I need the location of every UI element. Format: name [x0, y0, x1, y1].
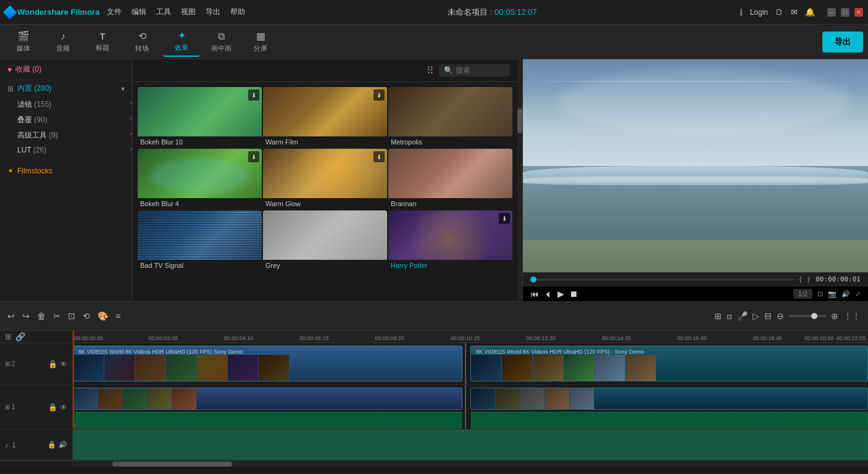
- skip-back-button[interactable]: ⏮: [530, 289, 539, 299]
- step-back-button[interactable]: ⏴: [544, 289, 553, 299]
- audio-track-left: ♪ 1 🔒 🔊: [0, 430, 73, 460]
- effects-scrollbar[interactable]: [517, 59, 522, 301]
- link-icon[interactable]: 🔗: [15, 332, 25, 341]
- grid-icon: ⊞: [7, 85, 14, 93]
- cut-line: [465, 343, 466, 385]
- filter-label: 滤镜 (155): [17, 99, 51, 110]
- export-button[interactable]: 导出: [822, 31, 863, 52]
- toolbar-split[interactable]: ▦ 分屏: [242, 27, 279, 57]
- volume-icon[interactable]: 🔊: [841, 290, 850, 298]
- maximize-button[interactable]: □: [841, 8, 849, 17]
- rotate-button[interactable]: ⟲: [83, 311, 90, 321]
- info-icon[interactable]: ℹ: [740, 7, 743, 17]
- builtin-label: 内置 (280): [17, 83, 51, 94]
- snap-icon[interactable]: ⊞: [5, 332, 12, 341]
- fit-icon[interactable]: ⊡: [817, 290, 823, 298]
- preview-timecode: 00:00:00:01: [816, 275, 861, 283]
- video-clip-2[interactable]: 8K VIDEOS World 8K Videos HDR UltraHD (1…: [470, 346, 868, 381]
- effect-name-warm-glow: Warm Glow: [263, 198, 387, 209]
- filmstocks-item[interactable]: ✦ Filmstocks: [0, 162, 132, 180]
- track-2-number: ⊞ 2: [5, 360, 15, 367]
- grid-view-icon[interactable]: ⠿: [427, 65, 434, 77]
- overlay-item[interactable]: 叠覆 (90) ›: [0, 112, 132, 128]
- minus-zoom[interactable]: ⊖: [777, 311, 784, 321]
- voice-icon[interactable]: 🎤: [737, 311, 748, 321]
- redo-button[interactable]: ↪: [22, 311, 30, 321]
- color-button[interactable]: 🎨: [98, 311, 108, 321]
- toolbar-media[interactable]: 🎬 媒体: [5, 27, 42, 57]
- track-2-visible[interactable]: 👁: [60, 360, 67, 368]
- search-input[interactable]: [456, 66, 505, 75]
- effect-brannan[interactable]: Brannan: [388, 149, 512, 209]
- track-1-lock[interactable]: 🔒: [48, 403, 57, 412]
- advanced-item[interactable]: 高级工具 (9) ›: [0, 128, 132, 143]
- audio-volume-icon[interactable]: 🔊: [59, 441, 67, 449]
- toolbar-effects[interactable]: ✦ 效果: [163, 27, 200, 57]
- toolbar-transition[interactable]: ⟲ 转场: [123, 27, 161, 57]
- snapshot-icon[interactable]: 📷: [828, 290, 837, 298]
- effect-grey[interactable]: Grey: [263, 210, 387, 271]
- undo-button[interactable]: ↩: [7, 311, 15, 321]
- mask-icon[interactable]: ⧈: [727, 311, 732, 322]
- video-clip-2a[interactable]: [470, 388, 868, 410]
- subtitle-icon[interactable]: ▷: [753, 311, 759, 321]
- audio-lock-icon[interactable]: 🔒: [48, 441, 56, 449]
- title-icon: T: [100, 31, 106, 41]
- menu-tools[interactable]: 工具: [156, 7, 171, 17]
- title-bar: Wondershare Filmora 文件 编辑 工具 视图 导出 帮助 未命…: [0, 0, 868, 25]
- filter-item[interactable]: 滤镜 (155) ›: [0, 97, 132, 112]
- favorites-label: 收藏 (0): [15, 64, 41, 75]
- timeline-options[interactable]: ⋮⋮: [843, 311, 861, 321]
- lut-item[interactable]: LUT (26) ›: [0, 143, 132, 157]
- preview-progress-bar[interactable]: [530, 278, 793, 281]
- menu-export[interactable]: 导出: [206, 7, 220, 17]
- search-icon: 🔍: [444, 66, 453, 75]
- zoom-slider[interactable]: [789, 315, 826, 317]
- audio-wave-2: [470, 412, 868, 429]
- project-timecode: 00:05:12:07: [495, 7, 537, 17]
- effect-warm-glow[interactable]: ⬇ Warm Glow: [263, 149, 387, 209]
- menu-view[interactable]: 视图: [181, 7, 196, 17]
- menu-edit[interactable]: 编辑: [131, 7, 146, 17]
- effect-bokeh-blur-4[interactable]: ⬇ Bokeh Blur 4: [138, 149, 262, 209]
- edit-right-tools: ⊞ ⧈ 🎤 ▷ ⊟ ⊖ ⊕ ⋮⋮: [714, 311, 861, 322]
- motion-track-icon[interactable]: ⊞: [714, 311, 722, 321]
- play-button[interactable]: ▶: [557, 289, 564, 299]
- scrollbar-thumb[interactable]: [517, 109, 522, 133]
- toolbar-audio[interactable]: ♪ 音频: [44, 27, 81, 57]
- mosaic-icon[interactable]: ⊟: [764, 311, 772, 321]
- minimize-button[interactable]: ─: [827, 8, 836, 17]
- close-button[interactable]: ✕: [854, 8, 863, 17]
- stop-button[interactable]: ⏹: [569, 289, 578, 299]
- video-clip-1a[interactable]: [73, 388, 462, 410]
- audio-edit-button[interactable]: ≡: [115, 311, 120, 321]
- new-project-icon[interactable]: 🗋: [775, 7, 783, 17]
- delete-button[interactable]: 🗑: [37, 311, 46, 321]
- builtin-item[interactable]: ⊞ 内置 (280) ▾: [0, 80, 132, 97]
- favorites-item[interactable]: ♥ 收藏 (0): [0, 59, 132, 80]
- effect-bokeh-blur-10[interactable]: ⬇ Bokeh Blur 10: [138, 87, 262, 148]
- bell-icon[interactable]: 🔔: [805, 7, 815, 17]
- effect-harry-potter[interactable]: ⬇ Harry Potter: [388, 210, 512, 271]
- ruler-mark-5: 00:00:10:25: [451, 335, 480, 341]
- plus-zoom[interactable]: ⊕: [831, 311, 838, 321]
- login-button[interactable]: Login: [750, 8, 768, 17]
- toolbar-title[interactable]: T 标题: [84, 27, 121, 57]
- track-2-lock[interactable]: 🔒: [48, 360, 57, 368]
- toolbar-pip[interactable]: ⧉ 画中画: [202, 27, 240, 57]
- fullscreen-icon[interactable]: ⤢: [855, 290, 861, 298]
- ruler-mark-1: 00:00:02:05: [148, 335, 178, 341]
- h-scrollbar-thumb[interactable]: [112, 462, 232, 467]
- video-clip-1[interactable]: 8K VIDEOS World 8K Videos HDR UltraHD (1…: [73, 346, 462, 381]
- effect-metropolis[interactable]: Metropolis: [388, 87, 512, 148]
- track-1-visible[interactable]: 👁: [60, 403, 67, 412]
- menu-file[interactable]: 文件: [107, 7, 122, 17]
- scale-selector[interactable]: 1/2: [793, 289, 812, 299]
- mail-icon[interactable]: ✉: [791, 7, 798, 17]
- cut-button[interactable]: ✂: [53, 311, 61, 321]
- effect-bad-tv[interactable]: Bad TV Signal: [138, 210, 262, 271]
- crop-button[interactable]: ⊡: [68, 311, 75, 321]
- menu-help[interactable]: 帮助: [230, 7, 245, 17]
- ruler-mark-0: 00:00:00:00: [74, 335, 104, 341]
- effect-warm-film[interactable]: ⬇ Warm Film: [263, 87, 387, 148]
